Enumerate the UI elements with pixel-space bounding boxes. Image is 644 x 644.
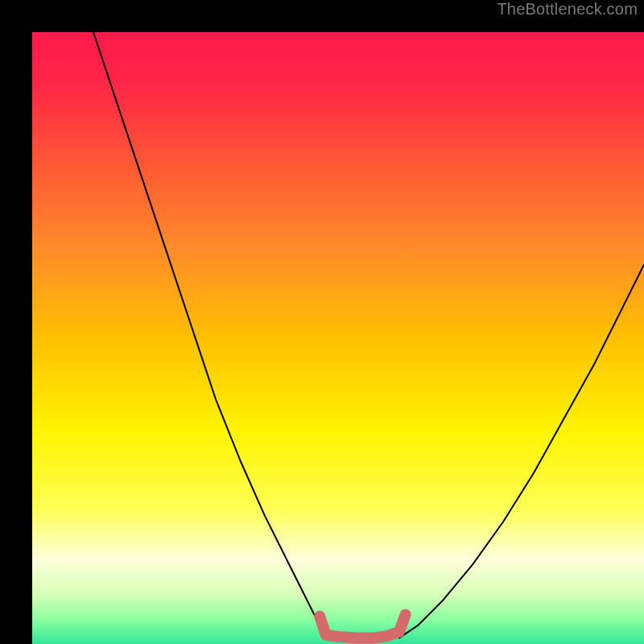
marker-layer: [314, 611, 325, 622]
plot-frame: [16, 16, 628, 628]
bottleneck-chart: [32, 32, 644, 644]
marker-left-dot: [314, 611, 325, 622]
watermark-text: TheBottleneck.com: [497, 0, 638, 19]
